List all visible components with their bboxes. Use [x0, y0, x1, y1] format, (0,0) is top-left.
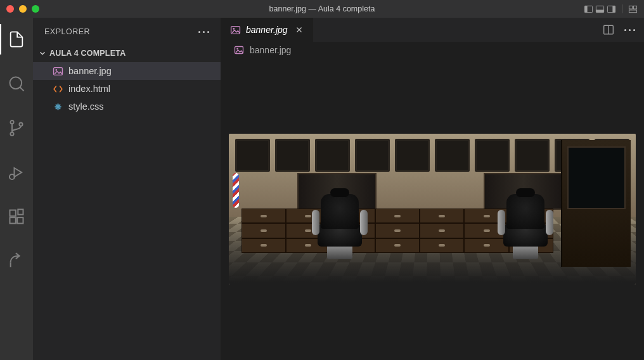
- extensions-icon: [8, 208, 25, 226]
- git-branch-icon: [8, 119, 25, 137]
- svg-rect-18: [17, 217, 23, 223]
- window-title: banner.jpg — Aula 4 completa: [269, 4, 375, 13]
- search-icon: [8, 75, 25, 93]
- svg-point-9: [10, 77, 22, 89]
- file-item-style[interactable]: style.css: [33, 98, 221, 115]
- svg-rect-8: [629, 10, 636, 12]
- svg-point-11: [10, 120, 13, 124]
- folder-header[interactable]: AULA 4 COMPLETA: [33, 46, 221, 61]
- breadcrumb[interactable]: banner.jpg: [221, 42, 644, 58]
- tab-label: banner.jpg: [246, 25, 288, 35]
- divider: [622, 4, 622, 13]
- file-label: style.css: [68, 101, 104, 112]
- debug-run-icon: [8, 164, 25, 181]
- live-share-activity[interactable]: [0, 246, 33, 276]
- svg-marker-14: [15, 168, 22, 177]
- close-tab-icon[interactable]: [294, 25, 304, 35]
- svg-rect-3: [596, 10, 603, 12]
- debug-activity[interactable]: [0, 157, 33, 188]
- minimize-window-icon[interactable]: [19, 5, 27, 13]
- chevron-down-icon: [38, 49, 47, 58]
- sidebar-header: EXPLORER: [33, 18, 221, 46]
- image-icon: [233, 44, 245, 56]
- source-control-activity[interactable]: [0, 113, 33, 143]
- svg-rect-5: [612, 6, 615, 12]
- panel-right-icon[interactable]: [607, 4, 616, 14]
- svg-rect-16: [10, 210, 16, 216]
- window-controls: [6, 5, 39, 13]
- file-item-index[interactable]: index.html: [33, 80, 221, 98]
- more-editor-actions-icon[interactable]: [624, 29, 635, 31]
- file-list: banner.jpg index.html style.css: [33, 61, 221, 115]
- svg-rect-7: [633, 6, 636, 9]
- editor-tabs: banner.jpg: [221, 18, 644, 42]
- explorer-activity[interactable]: [0, 24, 33, 55]
- css-icon: [52, 101, 63, 112]
- editor-actions: [603, 18, 644, 42]
- image-icon: [229, 24, 241, 35]
- maximize-window-icon[interactable]: [32, 5, 39, 13]
- html-icon: [52, 83, 63, 94]
- svg-point-13: [19, 123, 22, 126]
- files-icon: [8, 30, 25, 48]
- titlebar-layout-controls: [584, 4, 638, 14]
- titlebar: banner.jpg — Aula 4 completa: [0, 0, 644, 18]
- svg-point-21: [55, 68, 57, 70]
- sidebar-title: EXPLORER: [44, 27, 90, 36]
- svg-point-12: [10, 132, 13, 136]
- image-preview: [229, 134, 636, 285]
- panel-left-icon[interactable]: [584, 4, 593, 14]
- image-viewport[interactable]: [221, 58, 644, 360]
- extensions-activity[interactable]: [0, 202, 33, 232]
- split-editor-icon[interactable]: [603, 24, 614, 35]
- panel-bottom-icon[interactable]: [595, 4, 605, 14]
- close-window-icon[interactable]: [6, 5, 14, 13]
- file-label: banner.jpg: [68, 66, 112, 76]
- editor-area: banner.jpg banner.jpg: [221, 18, 644, 360]
- activity-bar: [0, 18, 33, 360]
- folder-name: AULA 4 COMPLETA: [49, 49, 126, 58]
- share-arrow-icon: [8, 252, 25, 270]
- svg-rect-17: [10, 217, 16, 223]
- customize-layout-icon[interactable]: [628, 4, 638, 14]
- svg-rect-1: [584, 6, 587, 12]
- svg-point-27: [236, 48, 238, 50]
- svg-point-23: [233, 27, 235, 29]
- file-item-banner[interactable]: banner.jpg: [33, 62, 221, 80]
- tab-banner[interactable]: banner.jpg: [221, 18, 314, 42]
- more-actions-icon[interactable]: [198, 31, 209, 33]
- svg-rect-6: [629, 6, 632, 9]
- explorer-sidebar: EXPLORER AULA 4 COMPLETA banner.jpg inde…: [33, 18, 221, 360]
- image-icon: [52, 65, 63, 77]
- svg-rect-19: [18, 209, 23, 214]
- search-activity[interactable]: [0, 68, 33, 99]
- breadcrumb-label: banner.jpg: [250, 45, 291, 55]
- svg-line-10: [20, 87, 23, 91]
- file-label: index.html: [68, 84, 110, 94]
